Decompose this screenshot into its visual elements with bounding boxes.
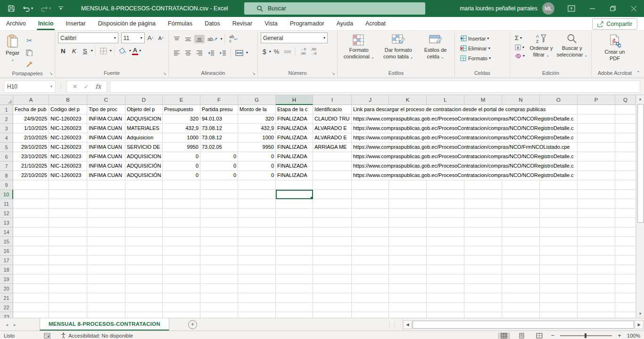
cell-I4[interactable]: ALVARADO E xyxy=(313,133,352,143)
name-box[interactable]: H10 ▾ xyxy=(4,81,56,93)
cell-O20[interactable] xyxy=(540,284,578,293)
new-sheet-button[interactable]: + xyxy=(188,320,197,329)
row-header-21[interactable]: 21 xyxy=(0,293,13,303)
cell-E6[interactable]: 0 xyxy=(163,152,200,161)
dialog-launcher-icon[interactable]: ↘ xyxy=(252,71,256,76)
borders-button[interactable] xyxy=(98,46,109,56)
cell-B5[interactable]: NIC-1260023 xyxy=(49,143,87,152)
tab-split-handle[interactable]: ⋮⋮ xyxy=(387,322,397,327)
cell-J5[interactable]: https://www.compraspublicas.gob.ec/Proce… xyxy=(352,143,389,152)
redo-button[interactable]: ▾ xyxy=(41,5,51,12)
cell-A22[interactable] xyxy=(13,303,49,312)
cell-E7[interactable]: 0 xyxy=(163,161,200,171)
cut-button[interactable]: ✂ xyxy=(24,35,34,46)
cell-G6[interactable]: 0 xyxy=(238,152,276,161)
cell-L23[interactable] xyxy=(427,312,464,318)
cell-D10[interactable] xyxy=(125,190,163,199)
format-cells-button[interactable]: Formato▾ xyxy=(458,54,493,62)
cell-E5[interactable]: 9950 xyxy=(163,143,200,152)
zoom-slider-thumb[interactable] xyxy=(585,333,586,338)
cell-G19[interactable] xyxy=(238,274,276,284)
cell-H7[interactable]: FINALIZADA xyxy=(276,161,313,171)
cell-N17[interactable] xyxy=(502,256,540,265)
cell-H21[interactable] xyxy=(276,293,313,303)
search-box[interactable]: Buscar xyxy=(244,2,425,15)
cell-G16[interactable] xyxy=(238,246,276,256)
collapse-ribbon-icon[interactable]: ⌃ xyxy=(636,70,640,75)
cell-E16[interactable] xyxy=(163,246,200,256)
cell-E21[interactable] xyxy=(163,293,200,303)
cell-G2[interactable]: 320 xyxy=(238,114,276,124)
cell-B20[interactable] xyxy=(49,284,87,293)
column-header-G[interactable]: G xyxy=(238,95,276,105)
insert-cells-button[interactable]: Insertar▾ xyxy=(458,34,491,42)
cell-P6[interactable] xyxy=(578,152,615,161)
cell-F13[interactable] xyxy=(200,218,238,227)
cell-Q23[interactable] xyxy=(615,312,636,318)
conditional-formatting-button[interactable]: Formato condicional ⌄ xyxy=(340,32,377,62)
tab-disposición-de-página[interactable]: Disposición de página xyxy=(92,17,162,30)
cell-E4[interactable]: 1000 xyxy=(163,133,200,143)
cell-P3[interactable] xyxy=(578,124,615,133)
customize-quick-access-button[interactable]: ▾ xyxy=(58,7,63,11)
cell-I9[interactable] xyxy=(313,180,352,190)
cell-B18[interactable] xyxy=(49,265,87,274)
cell-M9[interactable] xyxy=(464,180,502,190)
row-header-14[interactable]: 14 xyxy=(0,227,13,237)
cell-F9[interactable] xyxy=(200,180,238,190)
cell-B9[interactable] xyxy=(49,180,87,190)
cell-D18[interactable] xyxy=(125,265,163,274)
cell-F18[interactable] xyxy=(200,265,238,274)
cell-F12[interactable] xyxy=(200,209,238,218)
cell-I11[interactable] xyxy=(313,199,352,209)
cell-C4[interactable]: INFIMA CUAN xyxy=(87,133,125,143)
horizontal-scroll-thumb[interactable] xyxy=(413,321,634,329)
cell-I18[interactable] xyxy=(313,265,352,274)
cell-B23[interactable] xyxy=(49,312,87,318)
cell-F23[interactable] xyxy=(200,312,238,318)
cell-G13[interactable] xyxy=(238,218,276,227)
cell-D12[interactable] xyxy=(125,209,163,218)
column-header-N[interactable]: N xyxy=(502,95,540,105)
decrease-font-button[interactable]: A˅ xyxy=(157,34,165,42)
page-break-view-button[interactable] xyxy=(533,332,545,339)
cell-D19[interactable] xyxy=(125,274,163,284)
scroll-up-icon[interactable]: ▲ xyxy=(636,95,644,103)
cell-J13[interactable] xyxy=(352,218,389,227)
row-header-19[interactable]: 19 xyxy=(0,274,13,284)
cell-H15[interactable] xyxy=(276,237,313,246)
cell-A10[interactable] xyxy=(13,190,49,199)
chevron-down-icon[interactable]: ▾ xyxy=(91,49,93,53)
cell-L17[interactable] xyxy=(427,256,464,265)
cell-M19[interactable] xyxy=(464,274,502,284)
row-header-13[interactable]: 13 xyxy=(0,218,13,227)
restore-button[interactable] xyxy=(603,0,623,17)
column-header-L[interactable]: L xyxy=(427,95,464,105)
cell-K19[interactable] xyxy=(389,274,427,284)
horizontal-scrollbar[interactable]: ◀ ▶ xyxy=(402,318,644,331)
cell-M16[interactable] xyxy=(464,246,502,256)
cell-C3[interactable]: INFIMA CUAN xyxy=(87,124,125,133)
ribbon-display-options-button[interactable] xyxy=(561,0,582,17)
scroll-right-icon[interactable]: ▶ xyxy=(635,320,644,329)
cell-H19[interactable] xyxy=(276,274,313,284)
fill-color-button[interactable] xyxy=(117,46,128,56)
column-header-M[interactable]: M xyxy=(464,95,502,105)
row-header-3[interactable]: 3 xyxy=(0,124,13,133)
cell-Q10[interactable] xyxy=(615,190,636,199)
cell-C7[interactable]: INFIMA CUAN xyxy=(87,161,125,171)
cell-E17[interactable] xyxy=(163,256,200,265)
cell-E14[interactable] xyxy=(163,227,200,237)
decrease-decimal-button[interactable]: ,00→0 xyxy=(309,46,318,57)
cell-B3[interactable]: NIC-1260023 xyxy=(49,124,87,133)
cell-K20[interactable] xyxy=(389,284,427,293)
cell-D7[interactable]: ADQUISICIÓN xyxy=(125,161,163,171)
cell-B16[interactable] xyxy=(49,246,87,256)
cell-N10[interactable] xyxy=(502,190,540,199)
cell-O11[interactable] xyxy=(540,199,578,209)
column-header-D[interactable]: D xyxy=(125,95,163,105)
wrap-text-button[interactable]: abc↩ xyxy=(227,33,239,45)
row-header-6[interactable]: 6 xyxy=(0,152,13,161)
cell-M15[interactable] xyxy=(464,237,502,246)
cell-A6[interactable]: 23/10/2025 xyxy=(13,152,49,161)
